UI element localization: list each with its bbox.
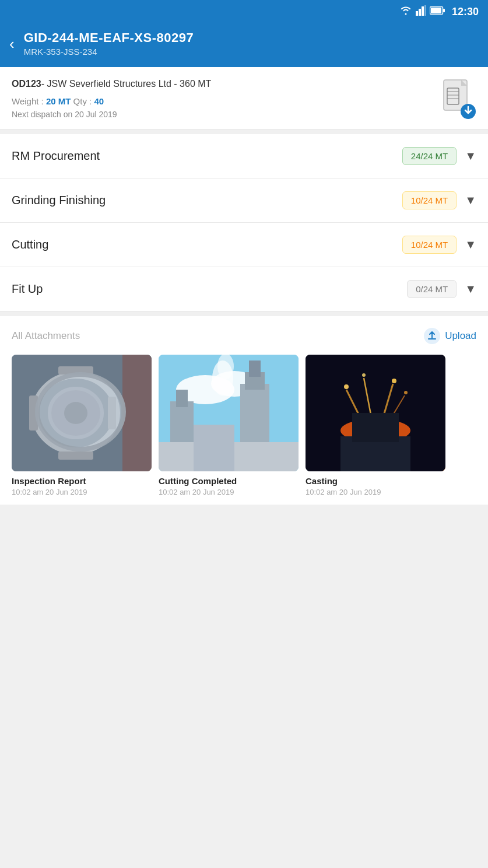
weight-value: 20 MT [46, 96, 71, 106]
section-right-cutting: 10/24 MT ▼ [402, 236, 476, 254]
svg-rect-18 [108, 397, 116, 429]
attachment-name-cutting-completed: Cutting Completed [159, 476, 299, 486]
badge-fit-up: 0/24 MT [407, 280, 457, 298]
back-button[interactable]: ‹ [9, 36, 15, 51]
svg-point-41 [344, 384, 349, 389]
svg-rect-46 [352, 413, 399, 442]
battery-icon [430, 6, 445, 17]
separator-1 [0, 130, 488, 134]
svg-rect-31 [249, 360, 261, 377]
attachment-thumb-cutting-completed [159, 355, 299, 471]
weight-qty-line: Weight : 20 MT Qty : 40 [12, 96, 211, 106]
svg-rect-6 [443, 9, 445, 12]
svg-rect-2 [422, 6, 424, 16]
upload-label: Upload [445, 330, 476, 342]
attachment-name-inspection-report: Inspection Report [12, 476, 152, 486]
chevron-down-cutting[interactable]: ▼ [465, 238, 476, 251]
svg-rect-5 [431, 8, 441, 13]
badge-rm-procurement: 24/24 MT [402, 147, 457, 165]
attachment-thumb-casting [306, 355, 445, 471]
svg-rect-33 [194, 425, 234, 471]
weight-label: Weight : [12, 96, 46, 106]
section-row-grinding-finishing[interactable]: Grinding Finishing 10/24 MT ▼ [0, 178, 488, 223]
upload-icon [424, 328, 440, 344]
svg-point-42 [362, 373, 366, 377]
order-id-line: OD123- JSW Severfield Structures Ltd - 3… [12, 79, 211, 89]
svg-point-14 [35, 375, 117, 451]
svg-rect-21 [122, 355, 152, 471]
status-time: 12:30 [452, 6, 479, 18]
svg-rect-1 [419, 9, 421, 16]
header-text: GID-244-ME-EAF-XS-80297 MRK-353-JSS-234 [24, 30, 194, 57]
attachments-section: All Attachments Upload [0, 316, 488, 505]
signal-icon [416, 5, 426, 18]
svg-rect-19 [58, 366, 93, 374]
order-id: OD123 [12, 79, 41, 89]
section-right-grinding-finishing: 10/24 MT ▼ [402, 191, 476, 209]
svg-point-44 [404, 391, 408, 394]
dispatch-line: Next dispatch on 20 Jul 2019 [12, 110, 211, 119]
section-label-rm-procurement: RM Procurement [12, 149, 100, 163]
attachments-title: All Attachments [12, 330, 80, 342]
attachment-item-cutting-completed[interactable]: Cutting Completed 10:02 am 20 Jun 2019 [159, 355, 299, 496]
attachment-item-inspection-report[interactable]: Inspection Report 10:02 am 20 Jun 2019 [12, 355, 152, 496]
chevron-down-rm-procurement[interactable]: ▼ [465, 149, 476, 163]
attachments-header: All Attachments Upload [12, 328, 476, 344]
chevron-down-grinding-finishing[interactable]: ▼ [465, 194, 476, 207]
attachment-item-casting[interactable]: Casting 10:02 am 20 Jun 2019 [306, 355, 445, 496]
badge-cutting: 10/24 MT [402, 236, 457, 254]
main-content: OD123- JSW Severfield Structures Ltd - 3… [0, 67, 488, 505]
section-label-grinding-finishing: Grinding Finishing [12, 194, 106, 207]
svg-rect-20 [58, 452, 93, 460]
qty-label: Qty : [71, 96, 94, 106]
separator-2 [0, 312, 488, 316]
section-right-rm-procurement: 24/24 MT ▼ [402, 147, 476, 165]
wifi-icon [399, 6, 412, 18]
order-desc: - JSW Severfield Structures Ltd - 360 MT [41, 79, 212, 89]
section-row-rm-procurement[interactable]: RM Procurement 24/24 MT ▼ [0, 134, 488, 178]
section-row-cutting[interactable]: Cutting 10/24 MT ▼ [0, 223, 488, 267]
svg-point-43 [392, 379, 396, 383]
svg-rect-17 [29, 396, 38, 430]
status-bar: 12:30 [0, 0, 488, 23]
chevron-down-fit-up[interactable]: ▼ [465, 282, 476, 296]
svg-point-28 [217, 355, 234, 379]
header-title: GID-244-ME-EAF-XS-80297 [24, 30, 194, 46]
attachment-time-cutting-completed: 10:02 am 20 Jun 2019 [159, 488, 299, 496]
attachment-time-casting: 10:02 am 20 Jun 2019 [306, 488, 445, 496]
section-label-fit-up: Fit Up [12, 282, 43, 296]
attachment-thumb-inspection-report [12, 355, 152, 471]
qty-value: 40 [94, 96, 104, 106]
section-right-fit-up: 0/24 MT ▼ [407, 280, 476, 298]
svg-rect-3 [424, 5, 426, 16]
svg-point-16 [64, 402, 87, 424]
attachments-grid: Inspection Report 10:02 am 20 Jun 2019 [12, 355, 476, 496]
svg-rect-0 [416, 11, 418, 16]
status-icons: 12:30 [399, 5, 479, 18]
attachment-time-inspection-report: 10:02 am 20 Jun 2019 [12, 488, 152, 496]
attachment-name-casting: Casting [306, 476, 445, 486]
svg-point-15 [50, 388, 102, 438]
header-subtitle: MRK-353-JSS-234 [24, 47, 194, 57]
upload-button[interactable]: Upload [424, 328, 476, 344]
badge-grinding-finishing: 10/24 MT [402, 191, 457, 209]
order-details: OD123- JSW Severfield Structures Ltd - 3… [12, 79, 211, 119]
document-download-icon[interactable] [441, 79, 476, 120]
section-label-cutting: Cutting [12, 238, 48, 251]
svg-rect-26 [176, 390, 188, 407]
section-row-fit-up[interactable]: Fit Up 0/24 MT ▼ [0, 267, 488, 312]
order-info-section: OD123- JSW Severfield Structures Ltd - 3… [0, 67, 488, 130]
header: ‹ GID-244-ME-EAF-XS-80297 MRK-353-JSS-23… [0, 23, 488, 67]
